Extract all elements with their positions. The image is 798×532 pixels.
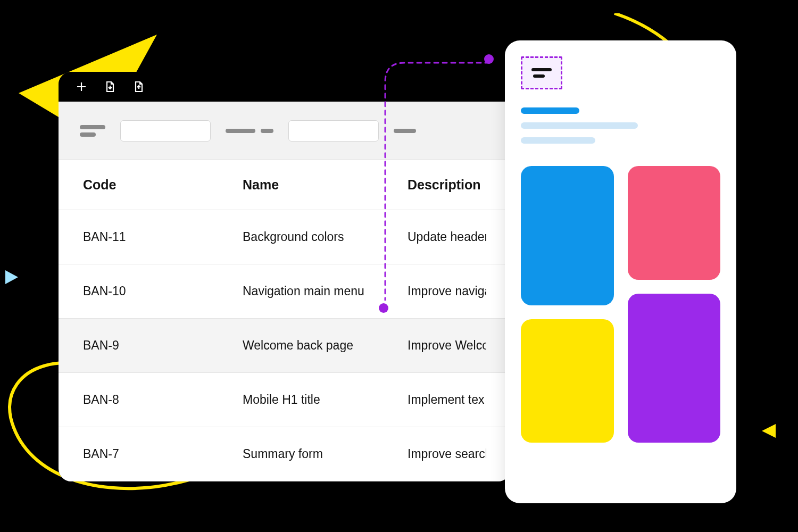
app-window: Code Name Description BAN-11 Background … <box>59 72 511 481</box>
connector-dot-top <box>484 54 494 64</box>
filter-bar <box>59 102 511 160</box>
placeholder-title <box>521 107 579 114</box>
cell-description: Improve naviga <box>392 284 486 298</box>
filter-label-2 <box>226 129 273 133</box>
filter-label-1 <box>80 125 105 137</box>
cell-name: Summary form <box>221 447 392 461</box>
placeholder-line <box>521 122 638 129</box>
table-row[interactable]: BAN-10 Navigation main menu Improve navi… <box>59 264 511 319</box>
cell-name: Navigation main menu <box>221 284 392 298</box>
cell-code: BAN-7 <box>83 447 221 461</box>
filter-input-2[interactable] <box>288 120 379 142</box>
preview-card <box>505 40 736 503</box>
table-row[interactable]: BAN-11 Background colors Update headers <box>59 210 511 264</box>
cell-code: BAN-8 <box>83 393 221 407</box>
cell-name: Background colors <box>221 230 392 244</box>
tasks-table: Code Name Description BAN-11 Background … <box>59 160 511 481</box>
col-description: Description <box>392 177 486 193</box>
upload-icon[interactable] <box>132 80 146 94</box>
placeholder-text <box>521 107 720 144</box>
color-tiles <box>521 166 720 443</box>
col-code: Code <box>83 177 221 193</box>
tile-blue[interactable] <box>521 166 614 305</box>
selected-row-preview[interactable] <box>521 56 562 89</box>
cell-name: Welcome back page <box>221 338 392 353</box>
cell-code: BAN-11 <box>83 230 221 244</box>
cell-description: Improve search <box>392 447 486 461</box>
download-icon[interactable] <box>103 80 117 94</box>
cell-description: Implement tex <box>392 393 486 407</box>
paragraph-icon-line <box>533 74 545 78</box>
svg-marker-2 <box>762 424 776 438</box>
cell-description: Update headers <box>392 230 486 244</box>
cell-code: BAN-10 <box>83 284 221 298</box>
add-icon[interactable] <box>74 80 88 94</box>
connector-dot-bottom <box>379 303 388 313</box>
table-header: Code Name Description <box>59 160 511 210</box>
svg-marker-1 <box>5 270 18 284</box>
cell-name: Mobile H1 title <box>221 393 392 407</box>
table-row[interactable]: BAN-7 Summary form Improve search <box>59 427 511 481</box>
placeholder-line <box>521 137 595 144</box>
cell-description: Improve Welco <box>392 338 486 353</box>
tile-pink[interactable] <box>628 166 721 280</box>
decor-blue-triangle <box>3 269 19 285</box>
filter-input-1[interactable] <box>120 120 211 142</box>
table-row[interactable]: BAN-8 Mobile H1 title Implement tex <box>59 373 511 427</box>
tile-yellow[interactable] <box>521 319 614 443</box>
col-name: Name <box>221 177 392 193</box>
filter-label-3 <box>394 129 416 133</box>
cell-code: BAN-9 <box>83 338 221 353</box>
paragraph-icon <box>531 68 552 71</box>
decor-yellow-triangle-small <box>761 423 777 439</box>
titlebar <box>59 72 511 102</box>
table-row[interactable]: BAN-9 Welcome back page Improve Welco <box>59 319 511 373</box>
tile-purple[interactable] <box>628 294 721 443</box>
